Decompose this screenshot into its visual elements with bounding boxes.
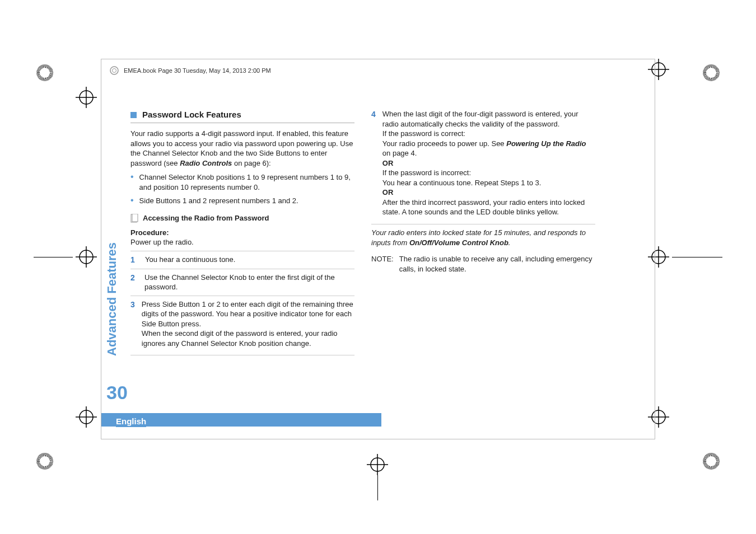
left-column: Password Lock Features Your radio suppor…	[130, 109, 354, 359]
bullet-icon: •	[130, 172, 134, 192]
step-text: You hear a continuous tone.	[145, 255, 235, 265]
locked-note-ref: On/Off/Volume Control Knob	[409, 238, 508, 247]
step-line-post: on page 4.	[382, 149, 417, 157]
locked-note-post: .	[508, 238, 511, 247]
step-text-a: Press Side Button 1 or 2 to enter each d…	[142, 300, 353, 328]
crop-line	[672, 257, 722, 257]
step-ref: Powering Up the Radio	[506, 139, 586, 148]
intro-paragraph: Your radio supports a 4-digit password i…	[130, 129, 354, 168]
list-item: • Channel Selector Knob positions 1 to 9…	[130, 172, 354, 192]
note-text: The radio is unable to receive any call,…	[399, 254, 595, 274]
registration-mark-icon	[367, 454, 388, 475]
page-header: EMEA.book Page 30 Tuesday, May 14, 2013 …	[109, 65, 271, 76]
subheading-row: Accessing the Radio from Password	[130, 213, 354, 223]
section-heading-row: Password Lock Features	[130, 109, 354, 120]
registration-mark-icon	[76, 87, 97, 108]
step-row: 2 Use the Channel Selector Knob to enter…	[130, 269, 354, 296]
step-line: If the password is correct:	[382, 129, 465, 138]
page-icon	[130, 214, 138, 223]
or-label: OR	[382, 188, 394, 196]
intro-ref: Radio Controls	[180, 159, 232, 167]
subheading: Accessing the Radio from Password	[143, 213, 269, 223]
list-item: • Side Buttons 1 and 2 represent numbers…	[130, 196, 354, 206]
header-ring-icon	[109, 65, 119, 76]
right-column: 4 When the last digit of the four-digit …	[371, 109, 595, 359]
note-label: NOTE:	[371, 254, 394, 274]
step-line: If the password is incorrect:	[382, 168, 471, 177]
header-text: EMEA.book Page 30 Tuesday, May 14, 2013 …	[124, 67, 271, 74]
step-line-pre: Your radio proceeds to power up. See	[382, 139, 506, 148]
bullet-text: Side Buttons 1 and 2 represent numbers 1…	[139, 196, 298, 206]
section-title: Password Lock Features	[142, 109, 241, 120]
procedure-text: Power up the radio.	[130, 237, 354, 247]
procedure-label: Procedure:	[130, 228, 354, 238]
step-number: 1	[130, 255, 138, 265]
intro-text-b: on page 6):	[232, 159, 270, 167]
svg-point-21	[110, 67, 118, 74]
registration-mark-icon	[76, 406, 97, 428]
note-row: NOTE: The radio is unable to receive any…	[371, 254, 595, 274]
crop-line	[34, 257, 73, 257]
svg-point-22	[113, 69, 116, 73]
crop-line	[377, 475, 378, 500]
svg-rect-24	[132, 214, 138, 222]
step-text: When the last digit of the four-digit pa…	[382, 109, 595, 217]
print-burst-icon	[36, 64, 53, 81]
print-burst-icon	[703, 64, 720, 81]
step-row: 1 You hear a continuous tone.	[130, 251, 354, 269]
step-text: Press Side Button 1 or 2 to enter each d…	[142, 299, 354, 349]
print-burst-icon	[36, 453, 53, 470]
language-label: English	[116, 415, 146, 427]
steps-list: 1 You hear a continuous tone. 2 Use the …	[130, 251, 354, 356]
locked-note: Your radio enters into locked state for …	[371, 228, 595, 247]
bullet-list: • Channel Selector Knob positions 1 to 9…	[130, 172, 354, 205]
section-tab-label: Advanced Features	[105, 242, 119, 356]
step-number: 3	[130, 299, 135, 349]
section-marker-icon	[130, 112, 137, 118]
step-line: When the last digit of the four-digit pa…	[382, 110, 578, 128]
step-number: 4	[371, 109, 376, 217]
step-line: After the third incorrect password, your…	[382, 198, 585, 217]
or-label: OR	[382, 159, 394, 167]
page-content: Password Lock Features Your radio suppor…	[130, 109, 595, 359]
step-row: 4 When the last digit of the four-digit …	[371, 109, 595, 221]
step-text: Use the Channel Selector Knob to enter t…	[144, 273, 354, 292]
step-line: You hear a continuous tone. Repeat Steps…	[382, 179, 542, 187]
page-number: 30	[106, 382, 128, 404]
step-number: 2	[130, 273, 138, 292]
divider	[130, 123, 354, 123]
registration-mark-icon	[76, 246, 97, 268]
bullet-text: Channel Selector Knob positions 1 to 9 r…	[139, 172, 354, 192]
divider	[371, 224, 595, 224]
step-row: 3 Press Side Button 1 or 2 to enter each…	[130, 296, 354, 352]
print-burst-icon	[703, 453, 720, 470]
bullet-icon: •	[130, 196, 134, 206]
step-text-b: When the second digit of the password is…	[142, 329, 338, 348]
divider	[130, 355, 354, 355]
